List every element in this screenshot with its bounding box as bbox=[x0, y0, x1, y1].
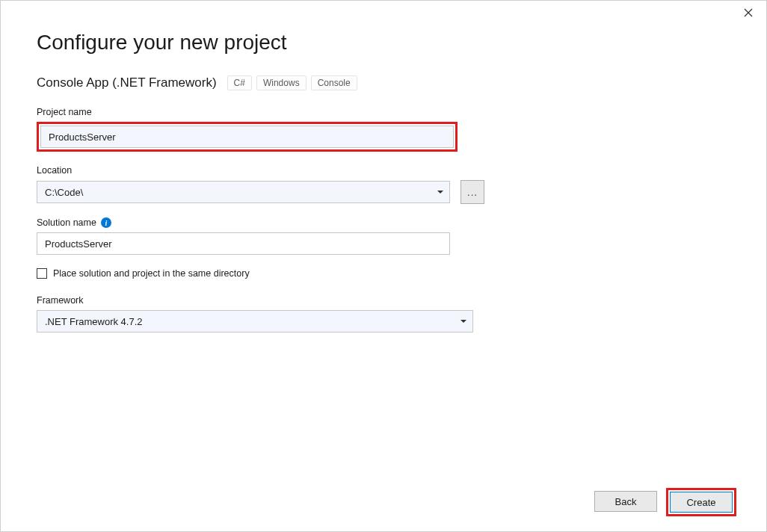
project-name-field: Project name ProductsServer bbox=[37, 107, 730, 152]
tag-windows: Windows bbox=[256, 75, 307, 90]
browse-location-button[interactable]: ... bbox=[460, 180, 484, 204]
location-value: C:\Code\ bbox=[45, 187, 83, 198]
create-button[interactable]: Create bbox=[670, 492, 733, 513]
page-title: Configure your new project bbox=[37, 31, 730, 55]
same-directory-label: Place solution and project in the same d… bbox=[53, 268, 250, 279]
solution-name-label: Solution name i bbox=[37, 217, 730, 228]
same-directory-field: Place solution and project in the same d… bbox=[37, 268, 730, 279]
template-name: Console App (.NET Framework) bbox=[37, 75, 217, 90]
location-field: Location C:\Code\ ... bbox=[37, 165, 730, 204]
info-icon[interactable]: i bbox=[101, 217, 111, 228]
framework-field: Framework .NET Framework 4.7.2 bbox=[37, 295, 730, 332]
back-button[interactable]: Back bbox=[594, 491, 657, 512]
solution-name-input[interactable]: ProductsServer bbox=[37, 232, 450, 255]
chevron-down-icon bbox=[460, 320, 466, 323]
same-directory-checkbox[interactable] bbox=[37, 268, 47, 279]
framework-value: .NET Framework 4.7.2 bbox=[45, 316, 143, 327]
template-row: Console App (.NET Framework) C# Windows … bbox=[37, 75, 730, 90]
highlight-project-name: ProductsServer bbox=[37, 122, 458, 152]
project-name-label: Project name bbox=[37, 107, 730, 117]
tag-csharp: C# bbox=[227, 75, 252, 90]
tag-console: Console bbox=[311, 75, 357, 90]
framework-select[interactable]: .NET Framework 4.7.2 bbox=[37, 310, 473, 332]
close-button[interactable] bbox=[741, 5, 756, 20]
same-directory-checkbox-row[interactable]: Place solution and project in the same d… bbox=[37, 268, 730, 279]
location-label: Location bbox=[37, 165, 730, 176]
location-input[interactable]: C:\Code\ bbox=[37, 181, 450, 203]
highlight-create-button: Create bbox=[666, 488, 736, 516]
framework-label: Framework bbox=[37, 295, 730, 306]
solution-name-field: Solution name i ProductsServer bbox=[37, 217, 730, 255]
project-name-value: ProductsServer bbox=[49, 132, 116, 143]
footer: Back Create bbox=[594, 486, 736, 516]
project-name-input[interactable]: ProductsServer bbox=[40, 126, 454, 148]
solution-name-label-text: Solution name bbox=[37, 217, 96, 228]
template-tags: C# Windows Console bbox=[227, 75, 357, 90]
chevron-down-icon bbox=[437, 191, 443, 194]
solution-name-value: ProductsServer bbox=[45, 238, 112, 250]
